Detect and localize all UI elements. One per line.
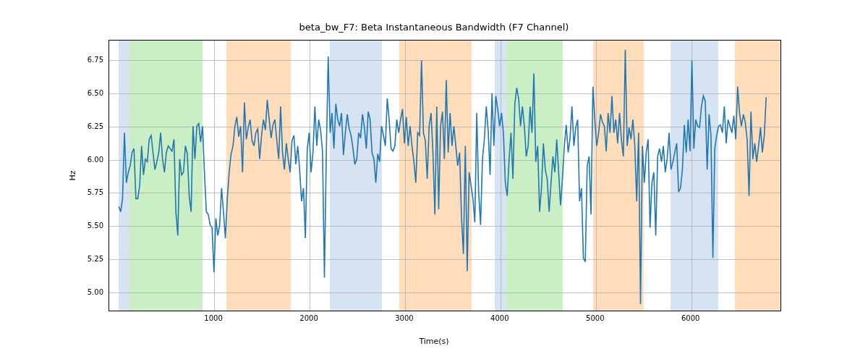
y-tick-label: 5.75	[88, 188, 103, 196]
figure: beta_bw_F7: Beta Instantaneous Bandwidth…	[0, 0, 868, 362]
x-tick-label: 2000	[299, 314, 318, 322]
y-tick-label: 5.00	[88, 287, 103, 295]
x-tick-label: 6000	[681, 314, 699, 322]
chart-xlabel: Time(s)	[0, 337, 868, 346]
chart-plot-svg	[109, 41, 780, 311]
y-tick-label: 6.75	[88, 56, 103, 64]
data-series-line	[119, 50, 766, 304]
chart-ylabel: Hz	[67, 170, 77, 180]
chart-ylabel-container: Hz	[65, 40, 80, 311]
x-tick-label: 1000	[204, 314, 222, 322]
x-tick-label: 3000	[395, 314, 413, 322]
y-tick-label: 5.25	[88, 254, 103, 262]
x-tick-label: 5000	[586, 314, 604, 322]
y-tick-label: 6.25	[88, 122, 103, 130]
chart-title: beta_bw_F7: Beta Instantaneous Bandwidth…	[0, 22, 868, 33]
chart-axes	[109, 40, 781, 311]
y-tick-label: 5.50	[88, 222, 103, 230]
y-tick-label: 6.00	[88, 155, 103, 163]
y-tick-label: 6.50	[88, 89, 103, 97]
x-tick-label: 4000	[490, 314, 509, 322]
